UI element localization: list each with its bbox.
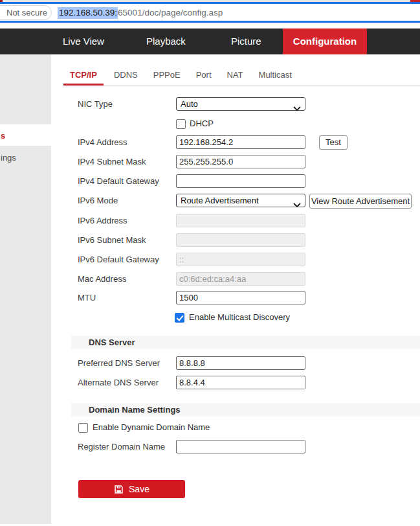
ipv6-subnet-input bbox=[176, 233, 305, 247]
ipv6-gateway-input bbox=[176, 253, 305, 266]
enable-dynamic-domain-label: Enable Dynamic Domain Name bbox=[93, 422, 210, 432]
ipv4-subnet-input[interactable] bbox=[176, 155, 305, 168]
enable-dynamic-domain-checkbox[interactable] bbox=[78, 423, 88, 433]
save-icon bbox=[114, 485, 124, 494]
mtu-label: MTU bbox=[78, 293, 96, 303]
register-domain-label: Register Domain Name bbox=[78, 442, 165, 452]
ipv6-mode-value: Route Advertisement bbox=[181, 196, 259, 205]
tab-tcpip[interactable]: TCP/IP bbox=[63, 67, 104, 86]
view-route-advertisement-button[interactable]: View Route Advertisement bbox=[309, 194, 412, 209]
security-chip-label: Not secure bbox=[6, 8, 47, 17]
ipv4-address-input[interactable] bbox=[176, 135, 305, 149]
ipv4-gateway-input[interactable] bbox=[176, 174, 305, 188]
alternate-dns-input[interactable] bbox=[176, 376, 305, 389]
mac-address-label: Mac Address bbox=[78, 274, 126, 284]
nav-live-view[interactable]: Live View bbox=[63, 29, 104, 54]
tab-nat[interactable]: NAT bbox=[222, 67, 249, 85]
ipv4-subnet-label: IPv4 Subnet Mask bbox=[78, 157, 146, 166]
nav-picture[interactable]: Picture bbox=[231, 29, 261, 54]
tab-multicast[interactable]: Multicast bbox=[254, 67, 297, 85]
nic-type-label: NIC Type bbox=[78, 99, 113, 109]
nic-type-value: Auto bbox=[181, 99, 198, 109]
ipv4-address-label: IPv4 Address bbox=[78, 137, 127, 147]
sidebar-item-selected-label: s bbox=[1, 131, 5, 141]
tab-bar: TCP/IPDDNSPPPoEPortNATMulticast bbox=[63, 67, 420, 86]
tab-ddns[interactable]: DDNS bbox=[109, 67, 143, 85]
mtu-input[interactable] bbox=[176, 291, 305, 304]
dhcp-label: DHCP bbox=[190, 119, 214, 128]
main-content: TCP/IPDDNSPPPoEPortNATMulticast NIC Type… bbox=[51, 54, 420, 526]
ipv6-mode-select[interactable]: Route Advertisement bbox=[176, 194, 305, 207]
multicast-discovery-checkbox[interactable] bbox=[175, 313, 184, 323]
url-field[interactable]: 192.168.50.39:65001/doc/page/config.asp bbox=[58, 6, 223, 19]
url-selected-text: 192.168.50.39: bbox=[58, 7, 118, 19]
nav-playback[interactable]: Playback bbox=[146, 29, 186, 54]
tab-port[interactable]: Port bbox=[191, 67, 217, 85]
multicast-discovery-label: Enable Multicast Discovery bbox=[189, 312, 290, 322]
ipv6-mode-label: IPv6 Mode bbox=[78, 196, 118, 205]
top-navbar: Live View Playback Picture Configuration bbox=[0, 29, 420, 54]
chevron-down-icon bbox=[293, 102, 301, 115]
mac-address-input bbox=[176, 272, 305, 286]
chevron-down-icon bbox=[293, 199, 301, 211]
sidebar-item[interactable]: ings bbox=[1, 153, 16, 163]
ipv6-address-input bbox=[176, 214, 305, 227]
preferred-dns-label: Preferred DNS Server bbox=[78, 358, 160, 368]
ipv4-gateway-label: IPv4 Default Gateway bbox=[78, 176, 159, 186]
ipv6-gateway-label: IPv6 Default Gateway bbox=[78, 255, 159, 264]
save-button[interactable]: Save bbox=[78, 480, 185, 498]
url-rest-text: 65001/doc/page/config.asp bbox=[118, 8, 223, 17]
ipv6-subnet-label: IPv6 Subnet Mask bbox=[78, 235, 146, 245]
ipv6-address-label: IPv6 Address bbox=[78, 216, 127, 225]
tab-pppoe[interactable]: PPPoE bbox=[148, 67, 186, 85]
preferred-dns-input[interactable] bbox=[176, 356, 305, 370]
register-domain-input[interactable] bbox=[176, 440, 305, 453]
omnibox-focus-border-bottom bbox=[0, 21, 420, 23]
dns-server-section-header: DNS Server bbox=[71, 336, 420, 349]
test-button[interactable]: Test bbox=[319, 135, 348, 150]
nav-configuration[interactable]: Configuration bbox=[283, 29, 367, 54]
security-chip[interactable]: Not secure bbox=[0, 5, 52, 20]
alternate-dns-label: Alternate DNS Server bbox=[78, 378, 159, 387]
domain-name-section-header: Domain Name Settings bbox=[71, 403, 420, 417]
settings-sidebar: s ings bbox=[0, 54, 51, 524]
browser-address-bar[interactable]: Not secure 192.168.50.39:65001/doc/page/… bbox=[0, 4, 420, 21]
save-button-label: Save bbox=[129, 484, 149, 494]
sidebar-item-selected[interactable]: s bbox=[0, 124, 51, 146]
dhcp-checkbox[interactable] bbox=[176, 119, 186, 129]
nic-type-select[interactable]: Auto bbox=[176, 97, 305, 111]
